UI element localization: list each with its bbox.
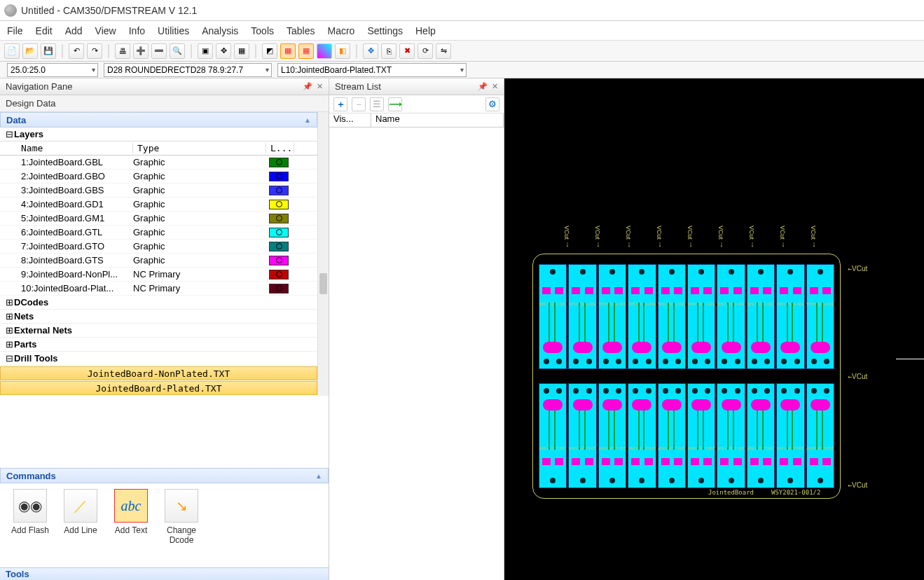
layer-combo[interactable]: L10:JointedBoard-Plated.TXT <box>277 63 467 77</box>
layer-row[interactable]: 2:JointedBoard.GBO Graphic <box>0 170 317 184</box>
zoom-add-icon[interactable]: ➕ <box>133 43 149 59</box>
layer-swatch[interactable] <box>266 242 294 251</box>
design-canvas[interactable]: VCut↓VCut↓VCut↓VCut↓VCut↓VCut↓VCut↓VCut↓… <box>504 78 924 580</box>
layer-swatch[interactable] <box>266 270 294 279</box>
nav-header: Navigation Pane 📌✕ <box>0 78 329 95</box>
section-parts[interactable]: ⊞Parts <box>0 338 317 352</box>
close-icon[interactable]: ✕ <box>317 82 323 91</box>
layer-row[interactable]: 10:JointedBoard-Plat... NC Primary <box>0 282 317 296</box>
fit-icon[interactable]: ▣ <box>198 43 213 59</box>
menu-analysis[interactable]: Analysis <box>202 25 238 36</box>
menu-tools[interactable]: Tools <box>251 25 274 36</box>
select-icon[interactable]: ◩ <box>262 43 277 59</box>
layer-swatch[interactable] <box>266 228 294 237</box>
panel-cell: WSY2021-001 <box>687 383 715 488</box>
layer-swatch[interactable] <box>266 186 294 195</box>
copy-icon[interactable]: ⎘ <box>381 43 397 59</box>
layer-row[interactable]: 9:JointedBoard-NonPl... NC Primary <box>0 268 317 282</box>
section-dcodes[interactable]: ⊞DCodes <box>0 296 317 310</box>
expand-icon[interactable]: ⊞ <box>4 311 14 322</box>
cmd-add-flash[interactable]: ◉◉Add Flash <box>6 489 55 562</box>
cmd-add-line[interactable]: ／Add Line <box>56 489 105 562</box>
col-name[interactable]: Name <box>371 113 504 127</box>
collapse-icon[interactable]: ⊟ <box>4 353 14 364</box>
layer-row[interactable]: 1:JointedBoard.GBL Graphic <box>0 156 317 170</box>
layer-swatch[interactable] <box>266 214 294 223</box>
layer-icon[interactable]: ▦ <box>234 43 249 59</box>
layer-swatch[interactable] <box>266 172 294 181</box>
palette-icon[interactable]: ◧ <box>335 43 350 59</box>
search-icon[interactable]: 🔍 <box>170 43 185 59</box>
menu-add[interactable]: Add <box>65 25 83 36</box>
drill-tool-row[interactable]: JointedBoard-Plated.TXT <box>0 381 317 395</box>
move-icon[interactable]: ✥ <box>363 43 378 59</box>
scrollbar[interactable] <box>317 112 329 396</box>
panel-cell: WSY2021-001 <box>658 264 686 369</box>
dcode-combo[interactable]: D28 ROUNDEDRECTD28 78.9:27.7 <box>104 63 272 77</box>
coords-combo[interactable]: 25.0:25.0 <box>7 63 98 77</box>
layer-swatch[interactable] <box>266 158 294 167</box>
menu-macro[interactable]: Macro <box>327 25 354 36</box>
layer-row[interactable]: 4:JointedBoard.GD1 Graphic <box>0 198 317 212</box>
collapse-icon[interactable]: ⊟ <box>4 129 14 139</box>
section-nets[interactable]: ⊞Nets <box>0 310 317 324</box>
print-icon[interactable]: 🖶 <box>115 43 130 59</box>
layer-swatch[interactable] <box>266 256 294 265</box>
section-drill-tools[interactable]: ⊟Drill Tools <box>0 352 317 366</box>
col-type[interactable]: Type <box>133 143 266 153</box>
col-vis[interactable]: Vis... <box>329 113 371 127</box>
menu-utilities[interactable]: Utilities <box>158 25 189 36</box>
open-icon[interactable]: 📂 <box>22 43 38 59</box>
menu-view[interactable]: View <box>95 25 116 36</box>
list-icon[interactable]: ☰ <box>370 97 384 111</box>
scroll-thumb[interactable] <box>319 273 327 294</box>
grid2-icon[interactable]: ▦ <box>298 43 314 59</box>
menu-edit[interactable]: Edit <box>36 25 53 36</box>
cmd-change-dcode[interactable]: ↘Change Dcode <box>157 489 206 562</box>
col-color[interactable]: L... <box>266 143 294 153</box>
col-name[interactable]: Name <box>0 143 133 153</box>
tools-accordion[interactable]: Tools <box>0 567 329 580</box>
undo-icon[interactable]: ↶ <box>69 43 84 59</box>
gear-icon[interactable]: ⚙ <box>485 97 499 111</box>
menu-settings[interactable]: Settings <box>367 25 403 36</box>
close-icon[interactable]: ✕ <box>492 82 498 91</box>
save-icon[interactable]: 💾 <box>41 43 56 59</box>
pin-icon[interactable]: 📌 <box>478 82 488 91</box>
color-icon[interactable] <box>317 43 332 59</box>
layer-row[interactable]: 8:JointedBoard.GTS Graphic <box>0 254 317 268</box>
expand-icon[interactable]: ⊞ <box>4 339 14 350</box>
delete-icon[interactable]: ✖ <box>399 43 415 59</box>
layer-type: Graphic <box>133 171 266 181</box>
data-accordion[interactable]: Data ▲ <box>0 112 317 127</box>
layer-swatch[interactable] <box>266 200 294 209</box>
layer-row[interactable]: 5:JointedBoard.GM1 Graphic <box>0 212 317 226</box>
add-icon[interactable]: ＋ <box>333 97 347 111</box>
layer-row[interactable]: 6:JointedBoard.GTL Graphic <box>0 226 317 240</box>
menu-tables[interactable]: Tables <box>287 25 315 36</box>
expand-icon[interactable]: ⊞ <box>4 325 14 336</box>
layers-node[interactable]: ⊟Layers <box>0 127 317 141</box>
redo-icon[interactable]: ↷ <box>87 43 102 59</box>
menu-info[interactable]: Info <box>129 25 145 36</box>
zoom-sub-icon[interactable]: ➖ <box>151 43 167 59</box>
drill-tool-row[interactable]: JointedBoard-NonPlated.TXT <box>0 366 317 380</box>
mirror-icon[interactable]: ⇋ <box>436 43 451 59</box>
pan-icon[interactable]: ✥ <box>216 43 231 59</box>
refresh-icon[interactable]: ⟿ <box>388 97 402 111</box>
remove-icon[interactable]: － <box>352 97 366 111</box>
menu-file[interactable]: File <box>7 25 23 36</box>
commands-accordion[interactable]: Commands ▲ <box>0 468 329 483</box>
layer-swatch[interactable] <box>266 284 294 294</box>
menu-help[interactable]: Help <box>415 25 436 36</box>
rotate-icon[interactable]: ⟳ <box>418 43 433 59</box>
grid1-icon[interactable]: ▦ <box>280 43 296 59</box>
design-data-header[interactable]: Design Data <box>0 95 329 112</box>
expand-icon[interactable]: ⊞ <box>4 297 14 308</box>
new-icon[interactable]: 📄 <box>4 43 20 59</box>
cmd-add-text[interactable]: abcAdd Text <box>106 489 156 562</box>
section-external-nets[interactable]: ⊞External Nets <box>0 324 317 338</box>
layer-row[interactable]: 7:JointedBoard.GTO Graphic <box>0 240 317 254</box>
layer-row[interactable]: 3:JointedBoard.GBS Graphic <box>0 184 317 198</box>
pin-icon[interactable]: 📌 <box>303 82 312 91</box>
